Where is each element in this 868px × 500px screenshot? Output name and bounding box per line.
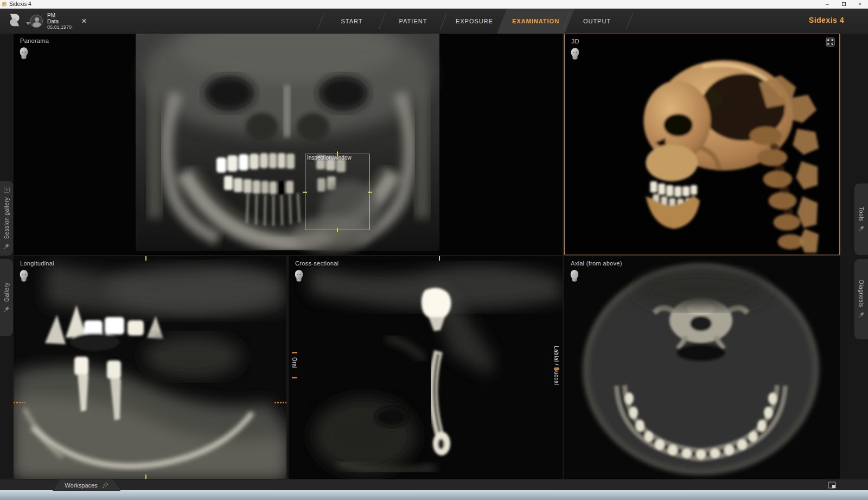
head-orientation-icon[interactable]: [570, 269, 579, 282]
head-orientation-icon[interactable]: [19, 47, 29, 60]
bottom-bar: Workspaces: [0, 479, 868, 490]
layout-icon[interactable]: [828, 482, 837, 489]
panel-title: 3D: [571, 38, 579, 45]
slice-tick: [337, 228, 338, 232]
main-nav: START PATIENT EXPOSURE EXAMINATION OUTPU…: [321, 9, 629, 34]
sidebar-tab-gallery[interactable]: Gallery: [0, 259, 13, 336]
axial-image: [564, 256, 840, 479]
sidexis-logo-icon: [7, 12, 23, 28]
slice-marker: [14, 402, 25, 403]
nav-start[interactable]: START: [321, 9, 382, 34]
patient-avatar: [30, 15, 43, 28]
panel-title: Axial (from above): [571, 260, 622, 267]
panorama-image: [14, 34, 563, 255]
add-icon: [4, 187, 10, 193]
sidebar-tab-session-gallery[interactable]: Session gallery: [0, 181, 13, 256]
panel-title: Cross-sectional: [295, 260, 339, 267]
3d-viewport[interactable]: 3D: [564, 34, 840, 255]
nav-examination[interactable]: EXAMINATION: [505, 9, 566, 34]
axis-label-oral: Oral: [291, 357, 297, 369]
panorama-viewport[interactable]: Panorama Inspection window: [14, 34, 563, 255]
sidebar-tab-tools[interactable]: Tools: [854, 183, 868, 255]
inspection-window-label: Inspection window: [307, 155, 352, 161]
workspaces-tab[interactable]: Workspaces: [53, 479, 120, 491]
nav-patient[interactable]: PATIENT: [382, 9, 444, 34]
minimize-button[interactable]: –: [819, 0, 835, 8]
sidebar-tab-diagnosis[interactable]: Diagnosis: [854, 259, 868, 339]
head-orientation-icon[interactable]: [19, 269, 29, 282]
cross-sectional-viewport[interactable]: Cross-sectional Oral Labial / Buccal: [289, 256, 563, 479]
nav-exposure[interactable]: EXPOSURE: [444, 9, 505, 34]
pin-icon[interactable]: [858, 312, 865, 318]
axis-marker: [292, 352, 297, 353]
slice-tick: [303, 192, 307, 193]
head-orientation-icon[interactable]: [294, 269, 304, 282]
panel-title: Longitudinal: [20, 260, 54, 267]
panel-title: Panorama: [20, 37, 49, 44]
os-titlebar: Sidexis 4 – ×: [0, 0, 868, 9]
slice-tick: [439, 256, 440, 261]
app-menu[interactable]: [7, 12, 30, 28]
longitudinal-viewport[interactable]: Longitudinal: [14, 256, 286, 479]
axis-label-labial-buccal: Labial / Buccal: [553, 346, 559, 385]
gallery-label: Gallery: [3, 282, 10, 302]
pin-icon[interactable]: [102, 482, 108, 489]
slice-tick: [145, 474, 146, 479]
tools-label: Tools: [858, 207, 865, 221]
patient-name: Data: [47, 18, 72, 24]
restore-icon: [842, 2, 846, 6]
patient-close-icon[interactable]: ×: [81, 16, 87, 27]
diagnosis-label: Diagnosis: [858, 280, 865, 307]
patient-initials: PM: [47, 12, 72, 18]
slice-tick: [368, 192, 372, 193]
patient-tab[interactable]: PM Data 05.01.1970 ×: [30, 10, 87, 32]
app-header: PM Data 05.01.1970 × START PATIENT EXPOS…: [0, 9, 868, 34]
app-icon: [2, 2, 7, 7]
fullscreen-icon[interactable]: [826, 37, 835, 47]
axial-viewport[interactable]: Axial (from above): [564, 256, 840, 479]
restore-button[interactable]: [835, 0, 852, 8]
inspection-window[interactable]: Inspection window: [305, 154, 370, 230]
slice-tick: [145, 256, 146, 261]
brand-label: Sidexis 4: [809, 16, 844, 24]
close-button[interactable]: ×: [852, 0, 868, 8]
axis-marker: [292, 377, 297, 378]
cross-sectional-image: [289, 256, 563, 479]
pin-icon[interactable]: [3, 306, 10, 313]
longitudinal-image: [14, 256, 286, 479]
patient-birthdate: 05.01.1970: [47, 24, 72, 30]
session-gallery-label: Session gallery: [3, 197, 10, 239]
pin-icon[interactable]: [3, 243, 10, 250]
pin-icon[interactable]: [858, 225, 865, 232]
workspaces-label: Workspaces: [65, 482, 97, 489]
head-orientation-icon[interactable]: [570, 47, 580, 60]
axis-marker: [554, 368, 559, 370]
taskbar-strip: [0, 490, 868, 500]
nav-output[interactable]: OUTPUT: [566, 9, 628, 34]
3d-volume-render: [565, 34, 839, 255]
slice-marker: [275, 402, 286, 403]
window-title: Sidexis 4: [9, 1, 31, 7]
slice-tick: [337, 151, 338, 156]
